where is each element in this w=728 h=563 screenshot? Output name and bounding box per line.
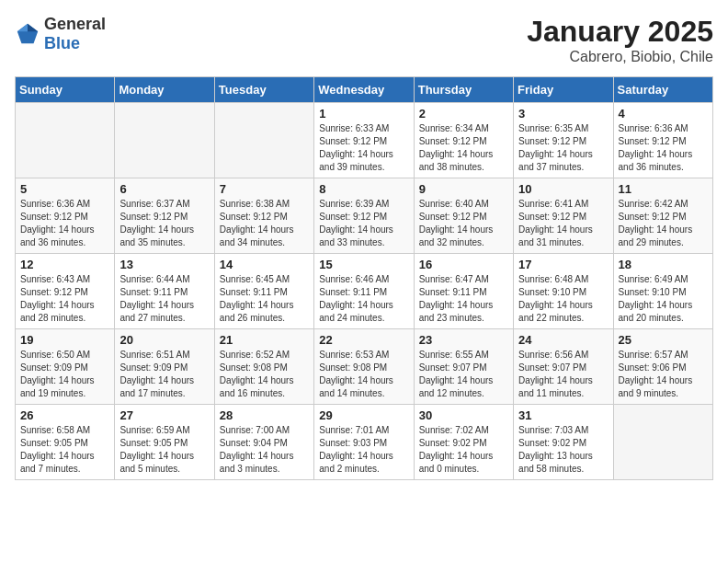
day-info: Sunrise: 6:58 AMSunset: 9:05 PMDaylight:…	[20, 424, 109, 476]
day-info: Sunrise: 6:48 AMSunset: 9:10 PMDaylight:…	[518, 273, 608, 325]
day-cell-17: 17Sunrise: 6:48 AMSunset: 9:10 PMDayligh…	[514, 254, 613, 329]
day-cell-13: 13Sunrise: 6:44 AMSunset: 9:11 PMDayligh…	[115, 254, 214, 329]
day-number: 23	[419, 333, 508, 347]
logo-general: General	[44, 15, 106, 33]
day-info: Sunrise: 6:36 AMSunset: 9:12 PMDaylight:…	[619, 122, 708, 174]
title-area: January 2025 Cabrero, Biobio, Chile	[527, 15, 713, 65]
location-title: Cabrero, Biobio, Chile	[527, 49, 713, 65]
calendar-table: SundayMondayTuesdayWednesdayThursdayFrid…	[15, 76, 713, 480]
calendar-week-3: 12Sunrise: 6:43 AMSunset: 9:12 PMDayligh…	[16, 254, 713, 329]
day-cell-26: 26Sunrise: 6:58 AMSunset: 9:05 PMDayligh…	[16, 405, 115, 480]
empty-cell	[115, 103, 214, 178]
day-cell-16: 16Sunrise: 6:47 AMSunset: 9:11 PMDayligh…	[414, 254, 513, 329]
day-info: Sunrise: 6:52 AMSunset: 9:08 PMDaylight:…	[220, 349, 309, 400]
day-number: 28	[220, 408, 309, 422]
logo: General Blue	[15, 15, 106, 53]
day-cell-11: 11Sunrise: 6:42 AMSunset: 9:12 PMDayligh…	[613, 178, 712, 254]
empty-cell	[613, 405, 712, 480]
header-thursday: Thursday	[414, 77, 513, 103]
day-info: Sunrise: 7:01 AMSunset: 9:03 PMDaylight:…	[319, 424, 408, 476]
day-number: 19	[20, 333, 109, 347]
day-number: 9	[419, 182, 508, 196]
day-cell-31: 31Sunrise: 7:03 AMSunset: 9:02 PMDayligh…	[514, 405, 613, 480]
day-info: Sunrise: 6:42 AMSunset: 9:12 PMDaylight:…	[619, 198, 708, 249]
calendar-week-5: 26Sunrise: 6:58 AMSunset: 9:05 PMDayligh…	[16, 405, 713, 480]
day-number: 14	[220, 258, 309, 271]
day-cell-6: 6Sunrise: 6:37 AMSunset: 9:12 PMDaylight…	[115, 178, 214, 254]
day-number: 12	[20, 258, 109, 271]
day-number: 5	[20, 182, 109, 196]
day-number: 16	[419, 258, 508, 271]
day-info: Sunrise: 6:44 AMSunset: 9:11 PMDaylight:…	[119, 273, 209, 325]
day-number: 30	[419, 408, 508, 422]
calendar-week-4: 19Sunrise: 6:50 AMSunset: 9:09 PMDayligh…	[16, 329, 713, 405]
day-cell-30: 30Sunrise: 7:02 AMSunset: 9:02 PMDayligh…	[414, 405, 513, 480]
day-number: 3	[518, 107, 608, 121]
header-monday: Monday	[115, 77, 214, 103]
logo-text: General Blue	[44, 15, 106, 53]
day-cell-4: 4Sunrise: 6:36 AMSunset: 9:12 PMDaylight…	[613, 103, 712, 178]
empty-cell	[214, 103, 313, 178]
day-cell-1: 1Sunrise: 6:33 AMSunset: 9:12 PMDaylight…	[314, 103, 414, 178]
svg-marker-1	[28, 24, 38, 31]
day-info: Sunrise: 6:36 AMSunset: 9:12 PMDaylight:…	[20, 198, 109, 249]
day-number: 1	[319, 107, 408, 121]
day-number: 6	[119, 182, 209, 196]
day-number: 31	[518, 408, 608, 422]
logo-icon	[15, 21, 40, 47]
day-info: Sunrise: 7:00 AMSunset: 9:04 PMDaylight:…	[220, 424, 309, 476]
day-info: Sunrise: 6:43 AMSunset: 9:12 PMDaylight:…	[20, 273, 109, 325]
day-info: Sunrise: 6:57 AMSunset: 9:06 PMDaylight:…	[619, 349, 708, 400]
day-info: Sunrise: 6:40 AMSunset: 9:12 PMDaylight:…	[419, 198, 508, 249]
day-info: Sunrise: 6:41 AMSunset: 9:12 PMDaylight:…	[518, 198, 608, 249]
day-cell-22: 22Sunrise: 6:53 AMSunset: 9:08 PMDayligh…	[314, 329, 414, 405]
day-number: 26	[20, 408, 109, 422]
svg-marker-2	[17, 24, 28, 31]
day-cell-9: 9Sunrise: 6:40 AMSunset: 9:12 PMDaylight…	[414, 178, 513, 254]
day-cell-25: 25Sunrise: 6:57 AMSunset: 9:06 PMDayligh…	[613, 329, 712, 405]
day-info: Sunrise: 6:50 AMSunset: 9:09 PMDaylight:…	[20, 349, 109, 400]
day-number: 18	[619, 258, 708, 271]
day-number: 20	[119, 333, 209, 347]
day-cell-18: 18Sunrise: 6:49 AMSunset: 9:10 PMDayligh…	[613, 254, 712, 329]
day-cell-2: 2Sunrise: 6:34 AMSunset: 9:12 PMDaylight…	[414, 103, 513, 178]
day-number: 4	[619, 107, 708, 121]
header-tuesday: Tuesday	[214, 77, 313, 103]
day-number: 25	[619, 333, 708, 347]
day-number: 13	[119, 258, 209, 271]
day-info: Sunrise: 6:46 AMSunset: 9:11 PMDaylight:…	[319, 273, 408, 325]
day-cell-24: 24Sunrise: 6:56 AMSunset: 9:07 PMDayligh…	[514, 329, 613, 405]
day-cell-29: 29Sunrise: 7:01 AMSunset: 9:03 PMDayligh…	[314, 405, 414, 480]
empty-cell	[16, 103, 115, 178]
day-number: 22	[319, 333, 408, 347]
day-cell-12: 12Sunrise: 6:43 AMSunset: 9:12 PMDayligh…	[16, 254, 115, 329]
day-number: 24	[518, 333, 608, 347]
day-cell-8: 8Sunrise: 6:39 AMSunset: 9:12 PMDaylight…	[314, 178, 414, 254]
day-cell-27: 27Sunrise: 6:59 AMSunset: 9:05 PMDayligh…	[115, 405, 214, 480]
day-cell-10: 10Sunrise: 6:41 AMSunset: 9:12 PMDayligh…	[514, 178, 613, 254]
day-number: 7	[220, 182, 309, 196]
day-cell-28: 28Sunrise: 7:00 AMSunset: 9:04 PMDayligh…	[214, 405, 313, 480]
calendar-week-2: 5Sunrise: 6:36 AMSunset: 9:12 PMDaylight…	[16, 178, 713, 254]
day-info: Sunrise: 6:38 AMSunset: 9:12 PMDaylight:…	[220, 198, 309, 249]
logo-blue: Blue	[44, 34, 80, 52]
day-info: Sunrise: 6:37 AMSunset: 9:12 PMDaylight:…	[119, 198, 209, 249]
day-info: Sunrise: 7:02 AMSunset: 9:02 PMDaylight:…	[419, 424, 508, 476]
header-saturday: Saturday	[613, 77, 712, 103]
day-cell-20: 20Sunrise: 6:51 AMSunset: 9:09 PMDayligh…	[115, 329, 214, 405]
day-cell-14: 14Sunrise: 6:45 AMSunset: 9:11 PMDayligh…	[214, 254, 313, 329]
day-number: 27	[119, 408, 209, 422]
day-number: 10	[518, 182, 608, 196]
day-info: Sunrise: 6:34 AMSunset: 9:12 PMDaylight:…	[419, 122, 508, 174]
month-title: January 2025	[527, 15, 713, 49]
day-info: Sunrise: 6:55 AMSunset: 9:07 PMDaylight:…	[419, 349, 508, 400]
day-info: Sunrise: 6:56 AMSunset: 9:07 PMDaylight:…	[518, 349, 608, 400]
calendar-header-row: SundayMondayTuesdayWednesdayThursdayFrid…	[16, 77, 713, 103]
day-number: 2	[419, 107, 508, 121]
header-friday: Friday	[514, 77, 613, 103]
day-info: Sunrise: 7:03 AMSunset: 9:02 PMDaylight:…	[518, 424, 608, 476]
day-info: Sunrise: 6:51 AMSunset: 9:09 PMDaylight:…	[119, 349, 209, 400]
day-info: Sunrise: 6:59 AMSunset: 9:05 PMDaylight:…	[119, 424, 209, 476]
day-cell-21: 21Sunrise: 6:52 AMSunset: 9:08 PMDayligh…	[214, 329, 313, 405]
day-cell-3: 3Sunrise: 6:35 AMSunset: 9:12 PMDaylight…	[514, 103, 613, 178]
